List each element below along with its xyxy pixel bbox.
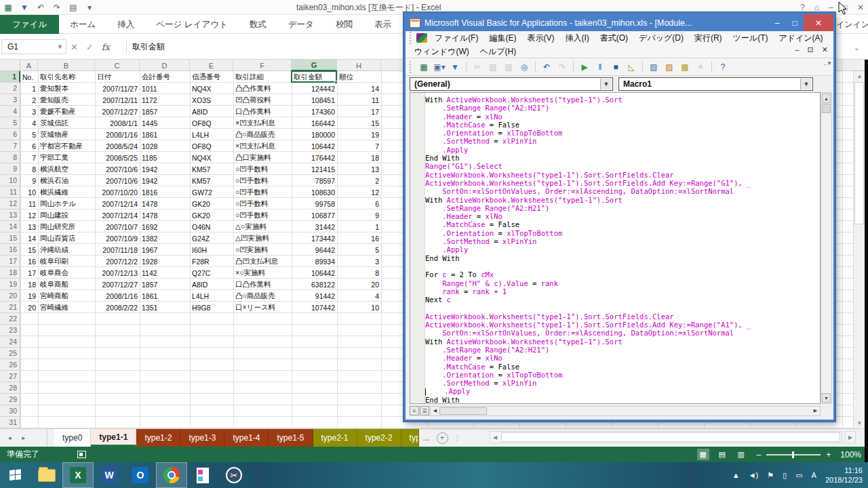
code-line[interactable]: ActiveWorkbook.Worksheets("type1-1").Sor… — [425, 321, 751, 329]
cell[interactable]: 31442 — [292, 221, 337, 232]
cell[interactable]: 1967 — [140, 244, 190, 256]
cell[interactable]: 口×リース料 — [233, 302, 292, 313]
column-header-G[interactable]: G — [292, 60, 337, 71]
code-line[interactable] — [425, 304, 751, 312]
combo-dropdown-icon[interactable]: ▼ — [600, 79, 612, 89]
cell[interactable]: ○凹実施料 — [233, 244, 292, 256]
cell[interactable]: 12 — [337, 186, 381, 198]
cell[interactable]: 1942 — [140, 163, 190, 175]
cell[interactable]: NQ4X — [190, 152, 233, 163]
find-icon[interactable]: ◎ — [517, 60, 531, 74]
ribbon-tab-view[interactable]: 表示 — [363, 15, 402, 34]
cell[interactable]: 638122 — [292, 279, 337, 290]
code-line[interactable]: .Header = xlNo — [425, 212, 751, 220]
cell[interactable]: 2008/1/1 — [95, 117, 140, 129]
cell[interactable]: 1692 — [140, 221, 190, 232]
sheet-tab-type1-4[interactable]: type1-4 — [224, 429, 269, 447]
cell[interactable]: 20 — [20, 302, 38, 313]
cell[interactable]: 2007/12/27 — [95, 279, 140, 290]
cell[interactable]: O46N — [190, 221, 233, 232]
cell[interactable]: 1857 — [140, 279, 190, 290]
cell[interactable]: 20 — [337, 279, 381, 290]
cell[interactable]: GK20 — [190, 198, 233, 209]
save-icon[interactable]: ▼ — [448, 60, 462, 74]
cell[interactable]: 2007/12/14 — [95, 209, 140, 221]
code-line[interactable]: .Header = xlNo — [425, 354, 751, 362]
cell[interactable]: 1861 — [140, 129, 190, 140]
cell[interactable]: 横浜航空 — [38, 163, 95, 175]
print-preview-icon[interactable]: ▤ — [68, 2, 79, 13]
cell[interactable]: 凸○商品販売 — [233, 290, 292, 302]
row-header-27[interactable]: 27 — [0, 371, 20, 382]
vba-horizontal-scrollbar[interactable]: ≡ ☰ ◀ ▶ — [410, 405, 821, 416]
cell[interactable]: 1351 — [140, 302, 190, 313]
sheet-tab-type2-1[interactable]: type2-1 — [313, 429, 357, 447]
sheet-tab-type1-5[interactable]: type1-5 — [269, 429, 313, 447]
cell[interactable]: 2007/12/27 — [95, 106, 140, 117]
cell[interactable]: 19 — [20, 290, 38, 302]
cell[interactable]: 凸凸作業料 — [233, 83, 292, 94]
code-line[interactable]: .Orientation = xlTopToBottom — [425, 371, 751, 379]
column-header-E[interactable]: E — [190, 60, 233, 71]
module-close-icon[interactable]: ✕ — [822, 45, 828, 54]
cell[interactable]: 106442 — [292, 140, 337, 152]
code-line[interactable]: .SortMethod = xlPinYin — [425, 237, 751, 245]
help-icon[interactable]: ? — [800, 3, 805, 12]
properties-window-icon[interactable]: ▨ — [663, 60, 676, 74]
cell[interactable]: 1 — [337, 221, 381, 232]
cell[interactable]: 信憑番号 — [190, 71, 233, 83]
zoom-thumb[interactable] — [792, 451, 794, 458]
zoom-slider[interactable]: – + — [757, 450, 831, 460]
vba-minimize-button[interactable]: – — [768, 14, 786, 31]
cell[interactable]: L4LH — [190, 290, 233, 302]
code-line[interactable]: Next c — [425, 296, 751, 304]
project-explorer-icon[interactable]: ▧ — [647, 60, 660, 74]
cell[interactable]: 岡山建設 — [38, 209, 95, 221]
scroll-down-icon[interactable]: ▼ — [822, 393, 831, 403]
row-header-15[interactable]: 15 — [0, 232, 20, 244]
cell[interactable]: 99758 — [292, 198, 337, 209]
code-line[interactable]: .Orientation = xlTopToBottom — [425, 129, 751, 137]
cell[interactable]: 1382 — [140, 232, 190, 244]
cell[interactable]: ×○実施料 — [233, 267, 292, 279]
code-line[interactable]: .MatchCase = False — [425, 121, 751, 129]
volume-icon[interactable]: ◄) — [749, 471, 759, 479]
code-line[interactable]: With ActiveWorkbook.Worksheets("type1-1"… — [425, 338, 751, 346]
cell[interactable]: △○実施料 — [233, 221, 292, 232]
battery-icon[interactable]: ▯ — [783, 471, 787, 480]
row-header-8[interactable]: 8 — [0, 152, 20, 163]
column-header-F[interactable]: F — [233, 60, 292, 71]
cell[interactable]: G24Z — [190, 232, 233, 244]
ime-icon[interactable]: A — [812, 471, 816, 479]
module-restore-icon[interactable]: ⊡ — [808, 45, 814, 54]
vba-titlebar[interactable]: Microsoft Visual Basic for Applications … — [406, 14, 833, 31]
cell[interactable]: ○凹手数料 — [233, 163, 292, 175]
cell[interactable]: 108451 — [292, 94, 337, 106]
cell[interactable]: 宇都宮不動産 — [38, 140, 95, 152]
row-header-31[interactable]: 31 — [0, 417, 20, 428]
row-header-30[interactable]: 30 — [0, 405, 20, 417]
cell[interactable]: 5 — [20, 129, 38, 140]
row-header-16[interactable]: 16 — [0, 244, 20, 256]
cell[interactable]: 15 — [337, 117, 381, 129]
insert-object-icon[interactable]: ▣▾ — [433, 60, 446, 74]
code-line[interactable]: .SetRange Range("A2:H21") — [425, 104, 751, 112]
cell[interactable]: 取引先名称 — [38, 71, 95, 83]
row-header-3[interactable]: 3 — [0, 94, 20, 106]
sheet-tab-type0[interactable]: type0 — [54, 429, 91, 447]
cell[interactable]: OF8Q — [190, 140, 233, 152]
toolbar-overflow-icon[interactable]: ‥▾ — [823, 60, 832, 75]
scroll-thumb[interactable] — [822, 104, 831, 113]
code-line[interactable]: Range("H" & c).Value = rank — [425, 279, 751, 287]
row-header-23[interactable]: 23 — [0, 325, 20, 336]
row-header-10[interactable]: 10 — [0, 175, 20, 186]
run-macro-icon[interactable]: ▶ — [578, 60, 591, 74]
cell[interactable]: 2008/2/22 — [95, 302, 140, 313]
scroll-down-icon[interactable]: ▼ — [854, 418, 865, 428]
code-line[interactable]: ActiveWorkbook.Worksheets("type1-1").Sor… — [425, 179, 751, 187]
cell[interactable]: △凹実施料 — [233, 232, 292, 244]
cell[interactable]: 1028 — [140, 140, 190, 152]
row-header-29[interactable]: 29 — [0, 394, 20, 405]
cell[interactable]: 1816 — [140, 186, 190, 198]
excel-logo-icon[interactable]: ▦ — [3, 2, 14, 13]
